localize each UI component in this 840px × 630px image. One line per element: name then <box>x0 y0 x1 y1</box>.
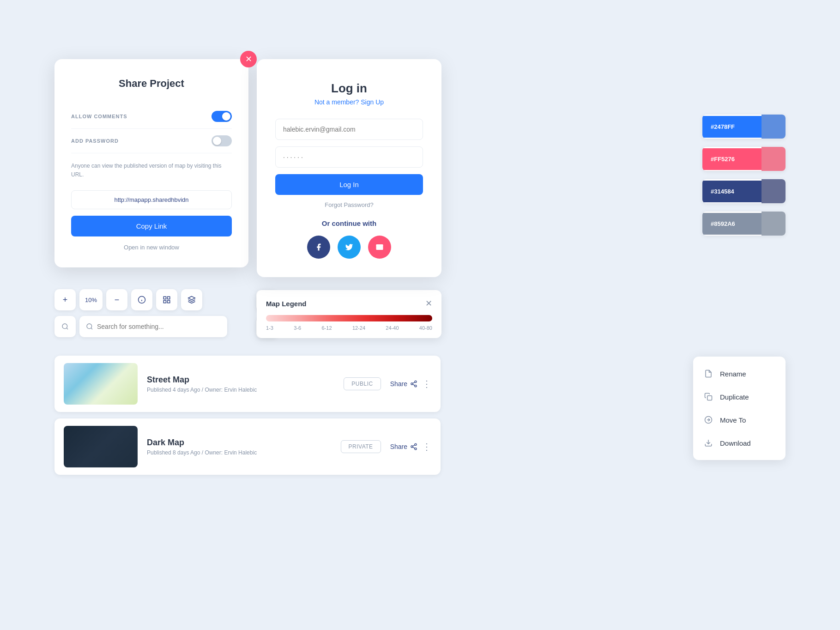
search-bar <box>79 316 227 337</box>
close-button[interactable]: ✕ <box>240 51 257 67</box>
dark-map-more-button[interactable]: ⋮ <box>422 441 431 452</box>
context-menu: Rename Duplicate Move To Download <box>693 357 786 460</box>
share-url-input[interactable] <box>71 190 232 209</box>
copy-icon <box>703 392 713 402</box>
search-input[interactable] <box>97 323 221 330</box>
color-label-blue: #2478FF <box>702 116 761 138</box>
color-item-blue: #2478FF <box>702 115 786 139</box>
move-to-label: Move To <box>720 416 746 424</box>
svg-rect-5 <box>163 301 166 303</box>
color-item-gray: #8592A6 <box>702 212 786 236</box>
allow-comments-label: ALLOW COMMENTS <box>71 114 127 119</box>
layout-button[interactable] <box>156 289 177 310</box>
duplicate-label: Duplicate <box>720 393 749 401</box>
svg-point-28 <box>411 446 413 448</box>
info-button[interactable] <box>131 289 152 310</box>
street-map-actions: Share ⋮ <box>390 378 431 389</box>
search-icon-button[interactable] <box>54 316 76 337</box>
email-login-button[interactable] <box>368 236 391 259</box>
svg-point-27 <box>415 443 417 445</box>
add-password-toggle[interactable] <box>212 135 232 146</box>
legend-label-4: 24-40 <box>386 325 399 331</box>
color-swatch-red <box>761 147 786 171</box>
context-rename[interactable]: Rename <box>693 362 786 385</box>
dark-map-badge: PRIVATE <box>341 440 381 453</box>
svg-line-25 <box>413 384 415 386</box>
street-map-share-button[interactable]: Share <box>390 380 417 388</box>
context-duplicate[interactable]: Duplicate <box>693 385 786 408</box>
legend-labels-row: 1-3 3-6 6-12 12-24 24-40 40-80 <box>266 325 432 331</box>
legend-title: Map Legend <box>266 300 307 308</box>
svg-point-22 <box>415 381 417 382</box>
allow-comments-toggle[interactable] <box>212 111 232 122</box>
modal-title: Share Project <box>71 78 232 90</box>
map-legend-panel: Map Legend ✕ 1-3 3-6 6-12 12-24 24-40 40… <box>257 290 441 338</box>
color-item-red: #FF5276 <box>702 147 786 171</box>
login-button[interactable]: Log In <box>275 174 423 195</box>
login-subtitle: Not a member? Sign Up <box>275 98 423 106</box>
zoom-out-button[interactable]: − <box>106 289 127 310</box>
allow-comments-row: ALLOW COMMENTS <box>71 104 232 129</box>
svg-line-31 <box>413 445 415 446</box>
svg-point-29 <box>415 448 417 450</box>
login-modal: Log in Not a member? Sign Up Log In Forg… <box>257 59 441 277</box>
legend-header: Map Legend ✕ <box>266 298 432 309</box>
legend-label-1: 3-6 <box>294 325 301 331</box>
email-input[interactable] <box>275 119 423 140</box>
add-password-label: ADD PASSWORD <box>71 138 119 144</box>
color-label-red: #FF5276 <box>702 148 761 170</box>
login-title: Log in <box>275 81 423 96</box>
password-input[interactable] <box>275 146 423 168</box>
legend-label-0: 1-3 <box>266 325 273 331</box>
svg-point-8 <box>62 324 67 329</box>
svg-line-26 <box>413 382 415 383</box>
dark-map-actions: Share ⋮ <box>390 441 431 452</box>
color-label-gray: #8592A6 <box>702 213 761 235</box>
document-icon <box>703 369 713 379</box>
color-swatch-gray <box>761 212 786 236</box>
svg-marker-7 <box>188 297 195 300</box>
legend-label-5: 40-80 <box>419 325 432 331</box>
facebook-login-button[interactable] <box>307 236 330 259</box>
dark-map-info: Dark Map Published 8 days Ago / Owner: E… <box>147 438 332 456</box>
legend-close-button[interactable]: ✕ <box>425 298 432 309</box>
svg-rect-3 <box>163 297 166 299</box>
svg-point-10 <box>87 324 92 329</box>
street-map-meta: Published 4 days Ago / Owner: Ervin Hale… <box>147 387 334 393</box>
color-label-navy: #314584 <box>702 181 761 202</box>
dark-map-image <box>64 426 138 467</box>
zoom-in-button[interactable]: + <box>54 289 76 310</box>
social-login-buttons <box>275 236 423 259</box>
context-download[interactable]: Download <box>693 431 786 454</box>
layers-button[interactable] <box>181 289 202 310</box>
legend-gradient-bar <box>266 315 432 321</box>
color-item-navy: #314584 <box>702 179 786 203</box>
map-item-dark: Dark Map Published 8 days Ago / Owner: E… <box>54 418 441 475</box>
open-in-new-window-link[interactable]: Open in new window <box>71 244 232 251</box>
legend-label-2: 6-12 <box>322 325 332 331</box>
map-item-street: Street Map Published 4 days Ago / Owner:… <box>54 356 441 412</box>
forgot-password-link[interactable]: Forgot Password? <box>275 201 423 208</box>
svg-point-24 <box>415 385 417 387</box>
dark-map-name: Dark Map <box>147 438 332 448</box>
map-list: Street Map Published 4 days Ago / Owner:… <box>54 356 441 481</box>
zoom-level: 10% <box>79 289 103 310</box>
download-icon <box>703 438 713 448</box>
street-map-name: Street Map <box>147 375 334 385</box>
svg-line-30 <box>413 447 415 448</box>
search-row <box>54 316 227 337</box>
street-map-more-button[interactable]: ⋮ <box>422 378 431 389</box>
share-description: Anyone can view the published version of… <box>71 162 232 179</box>
dark-map-meta: Published 8 days Ago / Owner: Ervin Hale… <box>147 449 332 456</box>
color-palette-panel: #2478FF #FF5276 #314584 #8592A6 <box>702 115 786 236</box>
context-move-to[interactable]: Move To <box>693 408 786 431</box>
street-map-thumbnail <box>64 363 138 405</box>
search-input-icon <box>86 323 93 330</box>
svg-point-23 <box>411 383 413 385</box>
add-password-row: ADD PASSWORD <box>71 129 232 153</box>
svg-line-11 <box>91 328 92 329</box>
copy-link-button[interactable]: Copy Link <box>71 216 232 236</box>
dark-map-share-button[interactable]: Share <box>390 443 417 450</box>
twitter-login-button[interactable] <box>338 236 361 259</box>
download-label: Download <box>720 439 751 447</box>
